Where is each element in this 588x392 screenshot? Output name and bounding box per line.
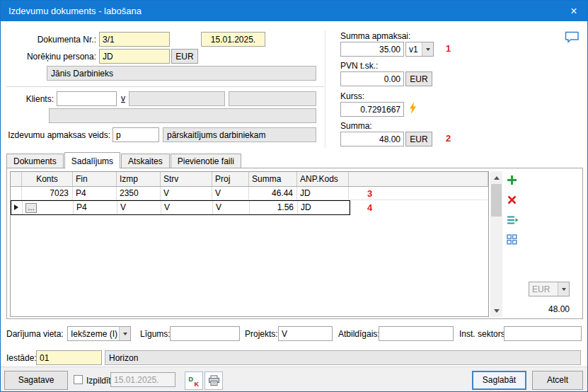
- delete-row-button[interactable]: [507, 195, 520, 208]
- col-header-fin[interactable]: Fin: [73, 172, 117, 186]
- persona-currency-button[interactable]: EUR: [171, 49, 198, 64]
- iestade-input[interactable]: [36, 350, 102, 365]
- vertical-scrollbar[interactable]: [490, 171, 502, 317]
- total-currency-chevron-icon: [558, 282, 569, 296]
- dokumenta-datums-input[interactable]: [201, 32, 265, 47]
- pvn-input[interactable]: [340, 71, 404, 86]
- apmaksas-valuta-combo[interactable]: v1: [405, 42, 434, 57]
- summa-apmaksai-input[interactable]: [340, 42, 404, 57]
- kurss-input[interactable]: [340, 102, 404, 117]
- klients-lookup-link[interactable]: v: [121, 93, 125, 103]
- iestade-name-field: Horizon: [105, 350, 581, 365]
- apmaksas-veids-name-field: pārskaitījums darbiniekam: [163, 127, 316, 142]
- persona-name-field: Jānis Darbinieks: [47, 66, 316, 81]
- save-button[interactable]: Saglabāt: [472, 371, 526, 390]
- col-header-strv[interactable]: Strv: [161, 172, 212, 186]
- message-icon[interactable]: [565, 31, 580, 44]
- scroll-thumb[interactable]: [491, 184, 502, 217]
- row1-cell-strv[interactable]: V: [161, 187, 212, 200]
- col-header-summa[interactable]: Summa: [249, 172, 297, 186]
- current-row-marker-icon: [14, 204, 21, 210]
- izpildit-date-input: [110, 372, 175, 387]
- col-header-konts[interactable]: Konts: [22, 172, 73, 186]
- darijuma-vieta-combo[interactable]: Iekšzeme (I): [67, 326, 131, 341]
- add-row-icon: [507, 175, 517, 185]
- klients-extra-field: [229, 91, 316, 106]
- total-currency-value: EUR: [532, 284, 550, 294]
- klients-input[interactable]: [57, 91, 117, 106]
- klients-wide-field: [49, 108, 316, 123]
- row2-cell-strv[interactable]: V: [161, 201, 213, 214]
- summa-label: Summa:: [340, 121, 372, 131]
- izpildit-checkbox[interactable]: [74, 375, 83, 384]
- row1-cell-anp[interactable]: JD: [297, 187, 349, 200]
- row1-cell-konts[interactable]: 7023: [22, 187, 73, 200]
- insert-rows-button[interactable]: [507, 215, 519, 228]
- titlebar[interactable]: Izdevumu dokuments - labošana: [1, 1, 587, 21]
- svg-text:K: K: [195, 381, 200, 387]
- insert-rows-icon: [507, 215, 519, 225]
- dokumenta-nr-input[interactable]: [99, 32, 170, 47]
- sagatave-button[interactable]: Sagatave: [4, 371, 68, 390]
- summa-currency-button[interactable]: EUR: [405, 132, 432, 146]
- pvn-currency-button[interactable]: EUR: [405, 71, 432, 86]
- tab-sadalijums[interactable]: Sadalījums: [64, 152, 120, 168]
- vertical-divider: [325, 30, 325, 148]
- grid-squares-icon: [507, 234, 517, 245]
- grid-row-1[interactable]: 7023 P4 2350 V V 46.44 JD: [11, 187, 488, 200]
- grid-header-row: Konts Fin Izmp Strv Proj Summa ANP.Kods: [11, 172, 488, 187]
- rate-lightning-icon[interactable]: [409, 102, 417, 114]
- norekinu-persona-input[interactable]: [99, 49, 170, 64]
- darijuma-vieta-label: Darījuma vieta:: [6, 329, 64, 339]
- grid-total-value: 48.00: [502, 304, 570, 314]
- inst-sektors-input[interactable]: [504, 326, 582, 341]
- row2-cell-summa[interactable]: 1.56: [250, 201, 298, 214]
- izpildit-label: Izpildīt:: [86, 376, 113, 386]
- row2-cell-izmp[interactable]: V: [117, 201, 161, 214]
- sadalijums-panel: Konts Fin Izmp Strv Proj Summa ANP.Kods …: [6, 168, 583, 319]
- pvn-label: PVN t.sk.:: [340, 61, 378, 71]
- printer-icon: [208, 375, 220, 386]
- tab-pievienotie-faili[interactable]: Pievienotie faili: [171, 154, 241, 168]
- grid-row-2-wrap: … P4 V V V 1.56 JD: [11, 200, 488, 215]
- col-header-anp-kods[interactable]: ANP.Kods: [297, 172, 349, 186]
- apmaksas-veids-input[interactable]: [113, 127, 159, 142]
- summa-input[interactable]: [340, 132, 404, 146]
- row2-cell-proj[interactable]: V: [213, 201, 250, 214]
- tab-atskaites[interactable]: Atskaites: [121, 154, 170, 168]
- row2-cell-fin[interactable]: P4: [74, 201, 117, 214]
- close-button[interactable]: ×: [560, 1, 587, 21]
- apmaksas-veids-label: Izdevumu apmaksas veids:: [1, 130, 110, 140]
- grid-settings-button[interactable]: [507, 234, 519, 247]
- darijuma-vieta-chevron-icon[interactable]: [119, 327, 130, 340]
- ligums-label: Līgums:: [140, 329, 171, 339]
- ligums-input[interactable]: [170, 326, 240, 341]
- print-button[interactable]: [204, 371, 223, 390]
- cancel-button[interactable]: Atcelt: [532, 371, 583, 390]
- sadalijums-grid[interactable]: Konts Fin Izmp Strv Proj Summa ANP.Kods …: [10, 171, 489, 317]
- scroll-down-button[interactable]: [490, 306, 502, 317]
- row1-cell-proj[interactable]: V: [212, 187, 249, 200]
- row1-indicator-cell: [11, 187, 22, 200]
- tab-strip: Dokuments Sadalījums Atskaites Pievienot…: [6, 152, 242, 168]
- add-row-button[interactable]: [507, 175, 519, 188]
- row1-cell-izmp[interactable]: 2350: [117, 187, 161, 200]
- annotation-4: 4: [367, 202, 372, 213]
- kurss-label: Kurss:: [340, 91, 364, 101]
- atbildigais-input[interactable]: [379, 326, 454, 341]
- lookup-ellipsis-button[interactable]: …: [25, 203, 37, 213]
- col-header-proj[interactable]: Proj: [212, 172, 249, 186]
- scroll-down-icon: [494, 309, 500, 316]
- row2-cell-konts[interactable]: …: [23, 201, 74, 214]
- projekts-input[interactable]: [278, 326, 333, 341]
- tab-dokuments[interactable]: Dokuments: [6, 154, 64, 168]
- scroll-up-button[interactable]: [490, 171, 502, 183]
- projekts-label: Projekts:: [245, 329, 278, 339]
- grid-row-2-selected[interactable]: … P4 V V V 1.56 JD: [11, 200, 350, 215]
- row2-cell-anp[interactable]: JD: [298, 201, 350, 214]
- chevron-down-icon[interactable]: [422, 42, 433, 56]
- col-header-izmp[interactable]: Izmp: [117, 172, 161, 186]
- debit-credit-button[interactable]: DK: [185, 371, 203, 390]
- row1-cell-summa[interactable]: 46.44: [249, 187, 297, 200]
- row1-cell-fin[interactable]: P4: [73, 187, 117, 200]
